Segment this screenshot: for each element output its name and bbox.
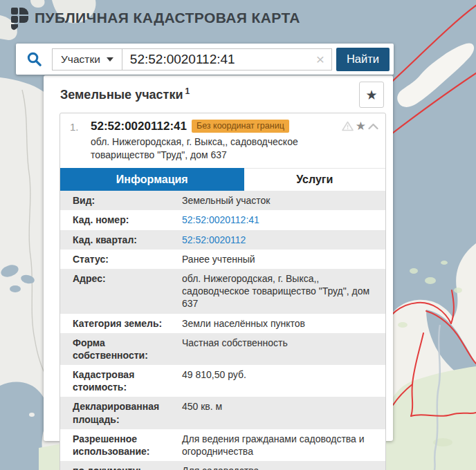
results-title: Земельные участки1: [60, 88, 190, 102]
parcel-card-icons: ★: [342, 120, 378, 132]
results-count: 1: [185, 86, 190, 96]
clear-icon[interactable]: ×: [309, 52, 331, 66]
parcel-address: обл. Нижегородская, г. Выкса,, садоводче…: [91, 135, 329, 161]
info-row-value: Для ведения гражданами садоводства и ого…: [182, 429, 385, 461]
info-row: по документу:Для садаводства: [60, 461, 385, 470]
info-row: Вид:Земельный участок: [60, 191, 385, 210]
info-row-label: по документу:: [60, 461, 182, 470]
find-button[interactable]: Найти: [336, 48, 390, 71]
parcel-card: 1. 52:52:0020112:41Без координат границ …: [60, 113, 386, 470]
info-row: Категория земель:Земли населённых пункто…: [60, 314, 385, 333]
parcel-number: 52:52:0020112:41: [91, 120, 187, 133]
info-row-value: Для садаводства: [182, 461, 385, 470]
chevron-down-icon: [107, 57, 113, 62]
info-row-label: Кадастровая стоимость:: [60, 365, 182, 397]
info-row-value-link[interactable]: 52:52:0020112: [182, 230, 385, 250]
parcel-card-header: 1. 52:52:0020112:41Без координат границ …: [60, 113, 385, 168]
star-icon: ★: [365, 87, 377, 103]
info-row-label: Кад. номер:: [60, 210, 182, 229]
info-row: Кад. номер:52:52:0020112:41: [60, 210, 385, 229]
info-row-value: Земли населённых пунктов: [182, 314, 385, 333]
info-row-value: 49 810,50 руб.: [182, 365, 385, 397]
info-row-label: Категория земель:: [60, 314, 182, 333]
results-panel: Земельные участки1 ★ 1. 52:52:0020112:41…: [44, 75, 393, 441]
tab-information[interactable]: Информация: [60, 168, 244, 191]
info-row-label: Адрес:: [60, 269, 182, 314]
info-row: Декларированная площадь:450 кв. м: [60, 397, 385, 429]
no-coordinates-badge: Без координат границ: [192, 120, 289, 133]
search-category-label: Участки: [61, 53, 100, 66]
search-icon[interactable]: [16, 51, 52, 67]
info-row-label: Декларированная площадь:: [60, 397, 182, 429]
search-input[interactable]: [122, 52, 309, 67]
parcel-tabs: Информация Услуги: [60, 168, 385, 191]
warning-icon[interactable]: [342, 121, 354, 131]
info-row-value: Земельный участок: [182, 191, 385, 210]
app-title: ПУБЛИЧНАЯ КАДАСТРОВАЯ КАРТА: [35, 10, 300, 26]
parcel-summary: 52:52:0020112:41Без координат границ обл…: [91, 120, 329, 161]
info-row: Адрес:обл. Нижегородская, г. Выкса,, сад…: [60, 269, 385, 314]
info-row-label: Кад. квартал:: [60, 230, 182, 250]
info-row-value: Частная собственность: [182, 333, 385, 365]
info-row: Кадастровая стоимость:49 810,50 руб.: [60, 365, 385, 397]
info-row-value: обл. Нижегородская, г. Выкса,, садоводче…: [182, 269, 385, 314]
chevron-up-icon[interactable]: [368, 123, 378, 130]
info-row-value: Ранее учтенный: [182, 250, 385, 269]
pkk-logo: [10, 6, 28, 30]
search-category-select[interactable]: Участки: [52, 48, 122, 70]
favorite-parcel-icon[interactable]: ★: [356, 120, 366, 132]
tab-services[interactable]: Услуги: [244, 168, 385, 191]
info-row: Статус:Ранее учтенный: [60, 250, 385, 269]
info-row-value: 450 кв. м: [182, 397, 385, 429]
search-input-wrap: ×: [122, 48, 332, 70]
info-row-label: Вид:: [60, 191, 182, 210]
app-header: ПУБЛИЧНАЯ КАДАСТРОВАЯ КАРТА: [10, 6, 300, 30]
favorites-button[interactable]: ★: [359, 82, 384, 108]
info-row: Разрешенное использование:Для ведения гр…: [60, 429, 385, 461]
parcel-index: 1.: [70, 120, 91, 161]
info-row-label: Статус:: [60, 250, 182, 269]
info-row: Форма собственности:Частная собственност…: [60, 333, 385, 365]
info-row-label: Разрешенное использование:: [60, 429, 182, 461]
info-table: Вид:Земельный участокКад. номер:52:52:00…: [60, 191, 385, 470]
search-bar: Участки × Найти: [16, 44, 394, 75]
info-row-label: Форма собственности:: [60, 333, 182, 365]
results-header: Земельные участки1 ★: [44, 75, 393, 111]
info-row-value-link[interactable]: 52:52:0020112:41: [182, 210, 385, 229]
info-row: Кад. квартал:52:52:0020112: [60, 230, 385, 250]
